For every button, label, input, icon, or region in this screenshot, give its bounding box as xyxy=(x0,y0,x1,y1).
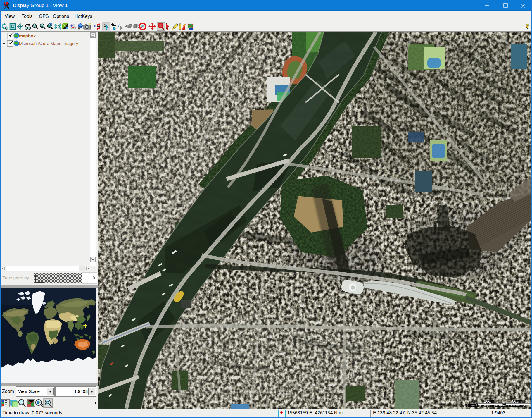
svg-text:500 ft: 500 ft xyxy=(512,399,522,404)
svg-text:?: ? xyxy=(118,23,120,27)
svg-text:100 m: 100 m xyxy=(484,399,495,404)
svg-text:1: 1 xyxy=(104,23,106,27)
